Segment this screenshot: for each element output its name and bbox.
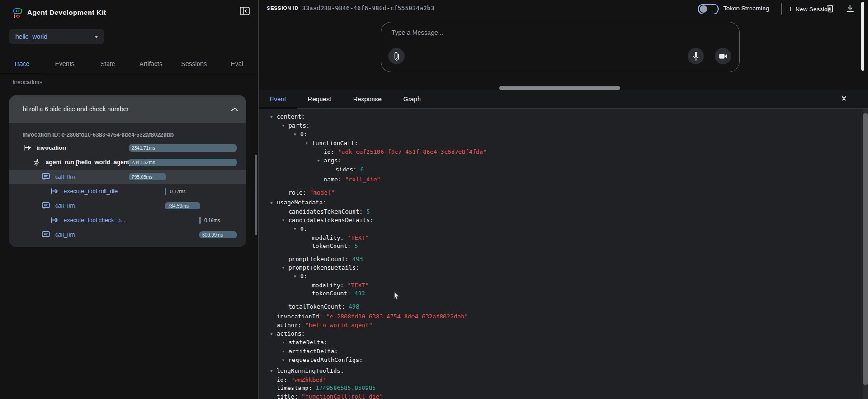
trace-row-call-llm[interactable]: call_llm795.05ms: [9, 170, 246, 184]
trace-duration-tick: [165, 188, 166, 195]
json-value: "TEXT": [347, 234, 368, 241]
json-key: stateDelta:: [288, 339, 327, 346]
attach-file-icon[interactable]: [388, 48, 405, 64]
enter-arrow-icon: [24, 144, 32, 152]
event-json-viewer: ▼content:▼parts:▼0:▼functionCall:id:"adk…: [259, 109, 863, 399]
tab-eval[interactable]: Eval: [216, 53, 259, 74]
tree-toggle-icon[interactable]: ▼: [270, 199, 277, 208]
json-line: ▼functionCall:: [270, 139, 863, 148]
trace-row-call-llm[interactable]: call_llm734.59ms: [9, 199, 246, 213]
json-key: author:: [277, 322, 302, 328]
json-key: tokenCount:: [312, 290, 351, 297]
trace-duration-label: 0.17ms: [170, 189, 185, 194]
tree-toggle-icon[interactable]: ▼: [282, 339, 288, 347]
json-line: tokenCount:5: [270, 242, 863, 251]
json-line: name:"roll_die": [270, 176, 863, 184]
tab-trace[interactable]: Trace: [0, 53, 43, 74]
tree-toggle-icon[interactable]: ▼: [282, 356, 288, 365]
trace-duration-bar: 2341.71ms: [129, 144, 237, 152]
json-key: role:: [288, 189, 306, 196]
chat-scrollbar[interactable]: [861, 2, 864, 71]
json-line: modality:"TEXT": [270, 234, 863, 242]
detail-tab-bar: EventRequestResponseGraph ✕: [259, 90, 868, 109]
json-line: totalTokenCount:498: [270, 303, 863, 311]
download-session-icon[interactable]: [845, 4, 855, 14]
trace-row-execute-tool-check-p-[interactable]: execute_tool check_p...0.16ms: [9, 213, 246, 228]
tree-toggle-icon[interactable]: ▼: [306, 140, 312, 148]
session-id-value: 33aad288-9846-46f6-980d-cf555034a2b3: [302, 5, 434, 12]
json-key: modality:: [312, 234, 344, 241]
json-line: sides:6: [270, 166, 863, 174]
video-camera-icon[interactable]: [715, 48, 731, 64]
invocation-card: hi roll a 6 side dice and check number I…: [9, 95, 246, 247]
json-key: args:: [324, 157, 341, 164]
tab-sessions[interactable]: Sessions: [172, 53, 215, 74]
tree-toggle-icon[interactable]: ▼: [294, 225, 300, 234]
trace-span-label: invocation: [37, 144, 66, 151]
json-key: parts:: [288, 122, 310, 129]
trace-row-execute-tool-roll-die[interactable]: execute_tool roll_die0.17ms: [9, 184, 246, 199]
invocation-message: hi roll a 6 side dice and check number: [23, 105, 129, 113]
tree-toggle-icon[interactable]: ▼: [282, 217, 288, 225]
json-line: id:"adk-caf25106-f0c7-451f-86e4-3c6d7e8f…: [270, 148, 863, 157]
json-line: invocationId:"e-2808fd10-6383-4754-8de4-…: [270, 313, 863, 321]
tree-toggle-icon[interactable]: ▼: [317, 157, 324, 166]
tab-artifacts[interactable]: Artifacts: [129, 53, 172, 74]
tab-event[interactable]: Event: [259, 90, 297, 108]
json-value: "wmZhkbed": [291, 376, 326, 383]
json-line: candidatesTokenCount:5: [270, 208, 863, 216]
json-key: tokenCount:: [312, 242, 351, 249]
left-panel-scrollbar[interactable]: [255, 155, 257, 235]
json-line: ▼usageMetadata:: [270, 199, 863, 208]
collapse-panel-icon[interactable]: [239, 6, 250, 18]
close-icon[interactable]: ✕: [841, 94, 847, 104]
app-title: Agent Development Kit: [27, 9, 106, 17]
json-line: ▼args:: [270, 157, 863, 166]
json-key: sides:: [335, 166, 357, 173]
message-composer[interactable]: Type a Message...: [381, 22, 740, 72]
delete-session-icon[interactable]: [825, 4, 835, 14]
microphone-icon[interactable]: [688, 48, 704, 64]
token-streaming-toggle[interactable]: –: [698, 4, 719, 14]
tree-toggle-icon[interactable]: ▼: [282, 348, 288, 356]
json-line: timestamp:1749586585.858985: [270, 384, 863, 393]
json-value: 493: [352, 256, 363, 262]
tree-toggle-icon[interactable]: ▼: [270, 367, 277, 376]
tab-state[interactable]: State: [86, 53, 129, 74]
json-key: actions:: [277, 330, 305, 337]
json-line: modality:"TEXT": [270, 281, 863, 290]
agent-selector[interactable]: hello_world ▾: [9, 29, 104, 44]
trace-row-agent-run-hello-world-agent-[interactable]: agent_run [hello_world_agent]2341.52ms: [9, 155, 246, 170]
horizontal-scrollbar[interactable]: [499, 86, 620, 90]
tree-toggle-icon[interactable]: ▼: [294, 131, 300, 139]
json-key: promptTokensDetails:: [288, 264, 359, 271]
trace-duration-bar: 734.59ms: [165, 202, 200, 209]
tree-toggle-icon[interactable]: ▼: [294, 273, 300, 281]
json-line: ▼requestedAuthConfigs:: [270, 356, 863, 365]
json-key: content:: [277, 113, 305, 120]
chevron-down-icon: ▾: [95, 34, 98, 40]
trace-row-invocation[interactable]: invocation2341.71ms: [9, 141, 246, 155]
json-line: ▼0:: [270, 130, 863, 139]
trace-span-label: call_llm: [55, 231, 75, 238]
detail-scrollbar-thumb[interactable]: [863, 113, 868, 385]
right-panel: SESSION ID 33aad288-9846-46f6-980d-cf555…: [259, 0, 868, 399]
tree-toggle-icon[interactable]: ▼: [282, 264, 288, 273]
tab-request[interactable]: Request: [297, 90, 342, 108]
chat-icon: [42, 173, 50, 180]
chevron-up-icon[interactable]: [231, 105, 238, 114]
json-line: ▼stateDelta:: [270, 338, 863, 347]
tab-graph[interactable]: Graph: [392, 90, 432, 108]
tree-toggle-icon[interactable]: ▼: [270, 113, 277, 122]
tab-response[interactable]: Response: [342, 90, 392, 108]
message-input[interactable]: Type a Message...: [392, 29, 443, 36]
trace-span-label: call_llm: [55, 202, 75, 209]
json-key: requestedAuthConfigs:: [288, 356, 363, 363]
json-line: ▼parts:: [270, 122, 863, 131]
tree-toggle-icon[interactable]: ▼: [282, 122, 288, 131]
tree-toggle-icon[interactable]: ▼: [270, 330, 277, 339]
tab-events[interactable]: Events: [43, 53, 86, 74]
invocation-card-header[interactable]: hi roll a 6 side dice and check number: [9, 95, 246, 123]
trace-row-call-llm[interactable]: call_llm809.99ms: [9, 228, 246, 242]
json-value: "TEXT": [347, 282, 368, 289]
